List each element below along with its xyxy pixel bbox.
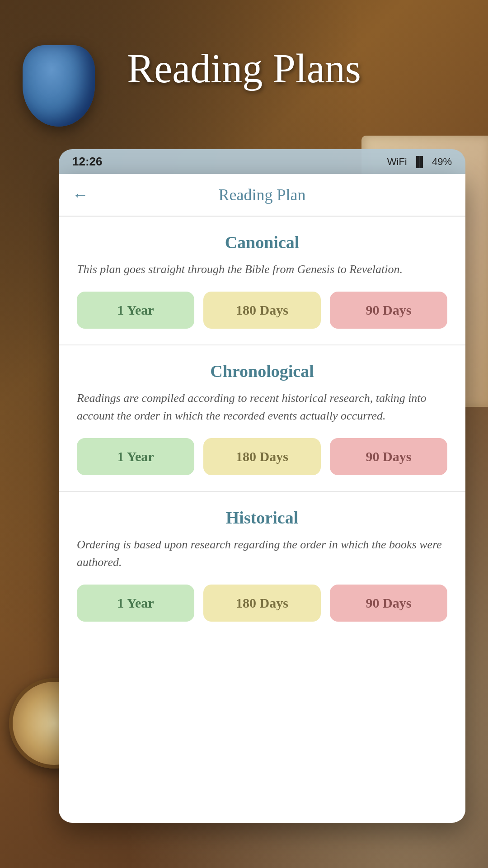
chronological-title: Chronological — [77, 361, 447, 381]
historical-180days-button[interactable]: 180 Days — [203, 585, 321, 622]
main-card: ← Reading Plan Canonical This plan goes … — [59, 174, 465, 823]
historical-section: Historical Ordering is based upon resear… — [59, 492, 465, 637]
back-button[interactable]: ← — [72, 187, 89, 203]
canonical-buttons: 1 Year 180 Days 90 Days — [77, 292, 447, 329]
chronological-description: Readings are compiled according to recen… — [77, 389, 447, 425]
scroll-area[interactable]: Canonical This plan goes straight throug… — [59, 217, 465, 820]
chronological-90days-button[interactable]: 90 Days — [330, 438, 447, 475]
historical-1year-button[interactable]: 1 Year — [77, 585, 194, 622]
status-time: 12:26 — [72, 155, 103, 169]
historical-90days-button[interactable]: 90 Days — [330, 585, 447, 622]
canonical-1year-button[interactable]: 1 Year — [77, 292, 194, 329]
canonical-90days-button[interactable]: 90 Days — [330, 292, 447, 329]
chronological-section: Chronological Readings are compiled acco… — [59, 345, 465, 492]
historical-description: Ordering is based upon research regardin… — [77, 536, 447, 571]
status-icons: WiFi ▐▌ 49% — [387, 156, 452, 168]
chronological-buttons: 1 Year 180 Days 90 Days — [77, 438, 447, 475]
canonical-section: Canonical This plan goes straight throug… — [59, 217, 465, 345]
chronological-180days-button[interactable]: 180 Days — [203, 438, 321, 475]
signal-icon: ▐▌ — [413, 156, 427, 168]
historical-buttons: 1 Year 180 Days 90 Days — [77, 585, 447, 622]
battery-indicator: 49% — [432, 156, 452, 168]
app-header: ← Reading Plan — [59, 174, 465, 217]
canonical-description: This plan goes straight through the Bibl… — [77, 260, 447, 278]
page-title: Reading Plans — [0, 45, 488, 92]
canonical-180days-button[interactable]: 180 Days — [203, 292, 321, 329]
canonical-title: Canonical — [77, 232, 447, 252]
status-bar: 12:26 WiFi ▐▌ 49% — [59, 149, 465, 174]
app-header-title: Reading Plan — [98, 185, 427, 204]
historical-title: Historical — [77, 508, 447, 528]
chronological-1year-button[interactable]: 1 Year — [77, 438, 194, 475]
wifi-icon: WiFi — [387, 156, 407, 168]
